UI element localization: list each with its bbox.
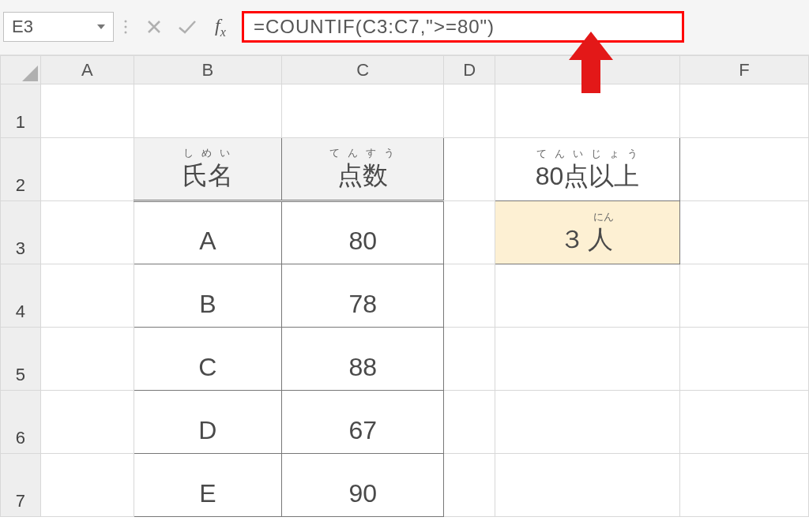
cell-A2[interactable] [40,138,134,201]
score-header: てんすう 点数 [282,146,443,200]
insert-function-button[interactable]: fx [204,15,237,39]
cell-B6-value: D [134,416,281,453]
cell-F6[interactable] [680,391,809,454]
cell-C7[interactable]: 90 [281,454,443,517]
separator-dots-icon [114,19,137,35]
cell-B4-value: B [134,290,281,327]
cell-C4[interactable]: 78 [281,264,443,328]
cell-D1[interactable] [444,84,495,138]
cell-D6[interactable] [444,391,495,454]
cell-E3[interactable]: にん ３人 [495,201,679,264]
cell-E2[interactable]: てんいじょう 80点以上 [495,138,679,201]
col-header-F[interactable]: F [680,56,809,84]
formula-input[interactable]: =COUNTIF(C3:C7,">=80") [242,11,684,43]
row-header-2[interactable]: 2 [1,138,41,201]
cell-B5-value: C [134,353,281,390]
row-4: 4 B 78 [1,264,809,328]
cell-E6[interactable] [495,391,679,454]
cell-D3[interactable] [444,201,495,264]
result-header-text: 80点以上 [536,159,640,194]
chevron-down-icon[interactable] [97,24,105,29]
cancel-formula-button[interactable] [137,18,171,36]
cell-D2[interactable] [444,138,495,201]
cell-B3-value: A [134,227,281,264]
svg-point-2 [125,32,127,34]
cell-A6[interactable] [40,391,134,454]
cell-E5[interactable] [495,328,679,391]
name-box-value: E3 [12,17,33,37]
cell-C2[interactable]: てんすう 点数 [281,138,443,201]
column-header-row: A B C D E F [1,56,809,84]
result-value: にん ３人 [495,210,679,264]
cell-E7[interactable] [495,454,679,517]
row-header-5[interactable]: 5 [1,328,41,391]
cell-C6-value: 67 [282,416,443,453]
cell-B7-value: E [134,479,281,516]
cell-B6[interactable]: D [134,391,281,454]
arrow-annotation [569,32,613,93]
check-icon [177,18,198,36]
cell-C4-value: 78 [282,290,443,327]
svg-marker-3 [569,32,613,93]
cell-A1[interactable] [40,84,134,138]
col-header-D[interactable]: D [444,56,495,84]
cell-C7-value: 90 [282,479,443,516]
cell-B5[interactable]: C [134,328,281,391]
up-arrow-icon [569,32,613,93]
cell-F1[interactable] [680,84,809,138]
row-header-3[interactable]: 3 [1,201,41,264]
cell-B7[interactable]: E [134,454,281,517]
cell-B3[interactable]: A [134,201,281,264]
row-header-4[interactable]: 4 [1,264,41,328]
row-header-7[interactable]: 7 [1,454,41,517]
cell-C1[interactable] [281,84,443,138]
cell-A5[interactable] [40,328,134,391]
row-6: 6 D 67 [1,391,809,454]
cell-B2[interactable]: しめい 氏名 [134,138,281,201]
select-all-corner[interactable] [1,56,41,84]
row-3: 3 A 80 にん ３人 [1,201,809,264]
row-1: 1 [1,84,809,138]
name-header: しめい 氏名 [134,146,281,200]
cell-A7[interactable] [40,454,134,517]
cell-F4[interactable] [680,264,809,328]
formula-bar: E3 fx =COUNTIF(C3:C7,">=80") [0,6,809,47]
col-header-B[interactable]: B [134,56,281,84]
svg-point-1 [125,26,127,28]
cell-E4[interactable] [495,264,679,328]
score-header-text: 点数 [337,159,388,193]
cell-A4[interactable] [40,264,134,328]
result-value-text: ３人 [559,223,616,257]
cell-D5[interactable] [444,328,495,391]
cell-C5[interactable]: 88 [281,328,443,391]
cell-C3[interactable]: 80 [281,201,443,264]
cell-A3[interactable] [40,201,134,264]
svg-point-0 [125,21,127,23]
cell-F3[interactable] [680,201,809,264]
formula-text: =COUNTIF(C3:C7,">=80") [254,16,495,38]
cell-F5[interactable] [680,328,809,391]
row-7: 7 E 90 [1,454,809,517]
col-header-C[interactable]: C [281,56,443,84]
cell-D7[interactable] [444,454,495,517]
cell-C5-value: 88 [282,353,443,390]
cell-D4[interactable] [444,264,495,328]
enter-formula-button[interactable] [171,18,204,36]
cell-B1[interactable] [134,84,281,138]
row-header-1[interactable]: 1 [1,84,41,138]
col-header-A[interactable]: A [40,56,134,84]
formula-bar-area: E3 fx =COUNTIF(C3:C7,">=80") [0,0,809,55]
cell-C3-value: 80 [282,227,443,264]
result-header: てんいじょう 80点以上 [495,147,679,200]
cell-F2[interactable] [680,138,809,201]
row-2: 2 しめい 氏名 てんすう 点数 てんいじょう 80点以上 [1,138,809,201]
close-icon [145,18,163,36]
name-box[interactable]: E3 [3,12,114,42]
row-5: 5 C 88 [1,328,809,391]
row-header-6[interactable]: 6 [1,391,41,454]
spreadsheet-grid[interactable]: A B C D E F 1 2 しめい 氏名 [0,55,809,517]
cell-F7[interactable] [680,454,809,517]
cell-C6[interactable]: 67 [281,391,443,454]
fx-icon: fx [215,15,226,39]
cell-B4[interactable]: B [134,264,281,328]
